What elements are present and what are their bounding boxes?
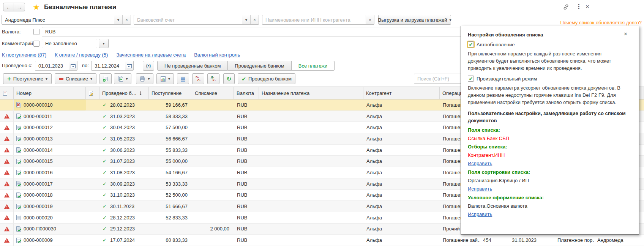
counterparty-cell: Альфа [363, 224, 440, 235]
popup-sections: Поля списка:Ссылка.Банк СБПОтборы списка… [468, 127, 626, 220]
nav-link[interactable]: К поступлению (87) [2, 52, 46, 58]
writeoff-cell [192, 111, 234, 122]
flag-cell [86, 111, 99, 122]
mark-posted-button[interactable]: ✔ Проведено банком [238, 73, 295, 84]
register-button[interactable] [177, 73, 189, 84]
document-posted-icon [16, 158, 21, 164]
organization-clear-icon[interactable]: × [122, 15, 131, 24]
reports-button[interactable]: ▾ [156, 73, 174, 84]
column-header[interactable] [86, 87, 99, 99]
number-cell: 0000-000012 [14, 122, 86, 133]
refresh-button[interactable]: ↻ [223, 73, 235, 84]
document-posted-icon [16, 113, 21, 119]
writeoff-cell: 2 000,00 [192, 224, 234, 235]
page-title: Безналичные платежи [44, 3, 117, 11]
organization-dropdown-icon[interactable]: ▾ [114, 15, 122, 24]
date-from-input[interactable]: 01.01.2023 [35, 61, 77, 71]
autoupdate-label: Автообновление [477, 42, 515, 47]
currency-cell: RUB [234, 111, 259, 122]
status-tab[interactable]: Все платежи [292, 61, 335, 71]
bank-account-clear-icon[interactable]: × [250, 15, 259, 24]
number-cell: 0000-000011 [14, 111, 86, 122]
bank-account-dropdown-icon[interactable]: ▾ [242, 15, 250, 24]
nav-link[interactable]: Валютный контроль [194, 52, 240, 58]
counterparty-search-input[interactable]: Наименование или ИНН контрагента × [262, 15, 374, 25]
print-button[interactable]: ▾ [136, 73, 153, 84]
slow-list-help-link[interactable]: Почему список обновляется долго? [560, 20, 642, 25]
column-header[interactable] [0, 87, 14, 99]
calendar-icon[interactable] [125, 61, 133, 70]
column-header[interactable]: Валюта [234, 87, 259, 99]
back-button[interactable]: ← [3, 3, 14, 11]
column-header[interactable]: Списание [192, 87, 234, 99]
calendar-icon[interactable] [69, 61, 77, 70]
organization-combobox[interactable]: Андромеда Плюс ▾ × [2, 15, 131, 25]
document-posted-icon [16, 136, 21, 142]
forward-button[interactable]: → [14, 3, 25, 11]
row-state-cell [0, 99, 14, 110]
dtkt-postings-button[interactable]: Дт Кт [207, 73, 219, 84]
nav-link[interactable]: К оплате / переводу (5) [55, 52, 108, 58]
create-based-on-button[interactable]: ▾ [114, 73, 131, 84]
comment-dropdown-button[interactable]: ▾ [99, 39, 109, 48]
counterparty-cell: Альфа [363, 178, 440, 189]
posted-date: 28.02.2023 [110, 102, 135, 108]
status-tabs: Не проведенные банкомПроведенные банкомВ… [157, 61, 335, 71]
document-type-cell: Платежное пор… [554, 235, 594, 246]
posted-check-icon: ✓ [103, 136, 107, 142]
more-menu-icon[interactable]: ⋮ [576, 3, 582, 10]
performance-checkbox[interactable]: ✔ [468, 76, 474, 82]
document-number: 0000-000012 [24, 125, 53, 130]
window-titlebar: ← → ★ Безналичные платежи ⋮ × [0, 0, 644, 14]
comment-checkbox[interactable] [33, 41, 39, 47]
bank-account-combobox[interactable]: Банковский счет ▾ × [134, 15, 259, 25]
period-picker-icon[interactable]: (•) [143, 61, 154, 71]
nav-links: К поступлению (87)К оплате / переводу (5… [2, 52, 240, 58]
status-tab[interactable]: Проведенные банком [228, 61, 291, 71]
posted-date: 31.10.2023 [110, 192, 135, 198]
column-header[interactable]: Проведено б…↓ [99, 87, 149, 99]
comment-field[interactable]: Не заполнено [42, 39, 97, 48]
fix-link[interactable]: Исправить [468, 161, 492, 166]
row-state-cell [0, 190, 14, 201]
row-state-cell [0, 133, 14, 144]
fix-link[interactable]: Исправить [468, 211, 492, 217]
writeoff-cell [192, 212, 234, 223]
upload-payments-button[interactable]: Выгрузка и загрузка платежей ▾ [378, 15, 451, 25]
currency-cell: RUB [234, 133, 259, 144]
get-link-icon[interactable] [563, 4, 569, 10]
document-number: 0000-000016 [24, 170, 53, 175]
popup-close-icon[interactable]: × [624, 31, 627, 38]
history-nav: ← → [3, 3, 25, 11]
row-state-cell [0, 224, 14, 235]
date-to-input[interactable]: 31.12.2024 [91, 61, 134, 71]
copy-document-button[interactable] [99, 73, 112, 84]
column-header[interactable]: Поступление [149, 87, 192, 99]
add-receipt-button[interactable]: + Поступление ▾ [3, 73, 52, 84]
nav-link[interactable]: Зачисление на лицевые счета [116, 52, 186, 58]
posted-date: 31.08.2023 [110, 170, 135, 175]
drcr-postings-button[interactable]: Dr Cr [192, 73, 204, 84]
column-header[interactable]: Контрагент [363, 87, 440, 99]
receipt-cell: 60 833,33 [149, 235, 192, 246]
autoupdate-checkbox[interactable]: ✔ [468, 41, 474, 47]
number-cell: 0000-000017 [14, 178, 86, 189]
document-number: 0000-000018 [24, 192, 53, 198]
print-dropdown-icon: ▾ [148, 77, 150, 81]
table-row[interactable]: 0000-000009✓17.07.202460 833,33RUBАльфаП… [0, 235, 644, 246]
counterparty-clear-icon[interactable]: × [366, 15, 374, 24]
fix-link[interactable]: Исправить [468, 186, 492, 192]
status-tab[interactable]: Не проведенные банком [157, 61, 228, 71]
currency-checkbox[interactable] [33, 29, 39, 35]
currency-cell: RUB [234, 178, 259, 189]
currency-cell: RUB [234, 212, 259, 223]
number-cell: 0000-П000030 [14, 224, 86, 235]
document-number: 0000-000013 [24, 136, 53, 142]
add-writeoff-button[interactable]: Списание ▾ [55, 73, 96, 84]
column-header[interactable]: Номер [14, 87, 86, 99]
favorite-star-icon[interactable]: ★ [33, 3, 40, 12]
column-header[interactable]: Назначение платежа [259, 87, 363, 99]
writeoff-label: Списание [66, 76, 88, 82]
window-close-icon[interactable]: × [586, 3, 589, 11]
incoming-date-cell: 31.01.2023 [509, 235, 554, 246]
